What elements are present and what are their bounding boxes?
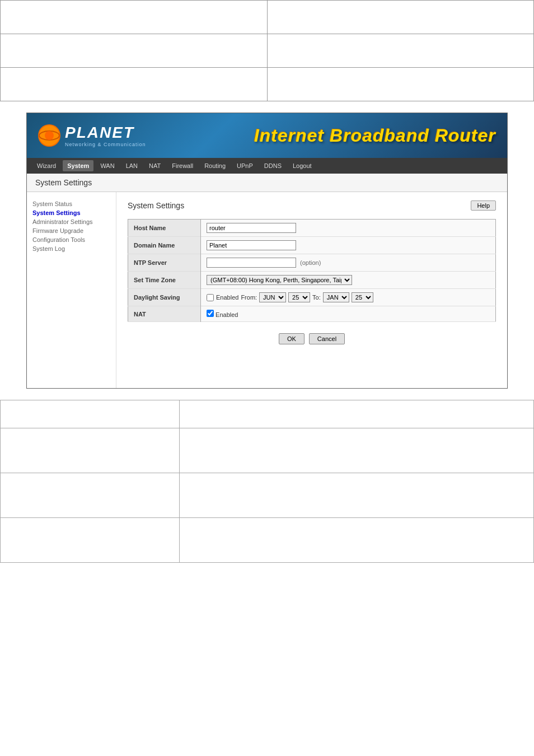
bottom-cell-2-2 [180,428,534,473]
nav-nat[interactable]: NAT [144,160,165,171]
top-cell-1-2 [267,1,534,34]
nat-row: NAT Enabled [128,306,496,322]
domain-name-input[interactable] [207,240,296,250]
bottom-row-3 [1,473,534,518]
sidebar: System Status System Settings Administra… [27,192,116,388]
sidebar-item-system-status[interactable]: System Status [32,200,110,207]
ntp-option-text: (option) [300,259,321,266]
bottom-row-4 [1,518,534,563]
top-cell-2-2 [267,34,534,68]
logo-area: PLANET Networking & Communication [38,124,146,147]
sidebar-item-admin-settings[interactable]: Administrator Settings [32,218,110,225]
sidebar-item-firmware[interactable]: Firmware Upgrade [32,227,110,234]
top-cell-3-2 [267,68,534,101]
host-name-label: Host Name [128,220,201,237]
timezone-select[interactable]: (GMT+08:00) Hong Kong, Perth, Singapore,… [207,275,352,285]
nat-label: NAT [128,306,201,322]
daylight-cell: Enabled From: JUN 25 To: JAN [201,289,496,306]
bottom-cell-1-2 [180,400,534,428]
nav-lan[interactable]: LAN [121,160,142,171]
navbar: Wizard System WAN LAN NAT Firewall Routi… [27,158,507,174]
nav-firewall[interactable]: Firewall [167,160,198,171]
top-table [0,0,534,101]
top-cell-1-1 [1,1,268,34]
bottom-section [0,400,534,563]
domain-name-row: Domain Name [128,237,496,254]
cancel-button[interactable]: Cancel [309,333,345,344]
top-cell-3-1 [1,68,268,101]
bottom-cell-4-1 [1,518,180,563]
nav-system[interactable]: System [63,160,93,171]
main-panel: System Settings Help Host Name Domain Na… [116,192,507,388]
nav-ddns[interactable]: DDNS [260,160,286,171]
ok-button[interactable]: OK [279,333,305,344]
nav-upnp[interactable]: UPnP [232,160,257,171]
daylight-controls: Enabled From: JUN 25 To: JAN [207,292,490,302]
daylight-from-month-select[interactable]: JUN [259,292,286,302]
ntp-server-cell: (option) [201,254,496,272]
host-name-cell [201,220,496,237]
domain-name-cell [201,237,496,254]
timezone-label: Set Time Zone [128,272,201,289]
daylight-enabled-label: Enabled [216,294,238,301]
host-name-input[interactable] [207,223,296,233]
bottom-cell-3-1 [1,473,180,518]
settings-form-title: System Settings [128,201,184,210]
daylight-to-month-select[interactable]: JAN [323,292,349,302]
brand-name: PLANET [65,124,146,142]
nav-wan[interactable]: WAN [96,160,119,171]
top-cell-2-1 [1,34,268,68]
nat-cell: Enabled [201,306,496,322]
daylight-row: Daylight Saving Enabled From: JUN 25 [128,289,496,306]
sidebar-item-system-settings[interactable]: System Settings [32,209,110,216]
nav-logout[interactable]: Logout [288,160,316,171]
daylight-from-label: From: [241,294,257,301]
planet-logo-icon [38,124,60,147]
banner: PLANET Networking & Communication Intern… [27,113,507,158]
brand-sub: Networking & Communication [65,142,146,147]
nat-enabled-checkbox[interactable] [207,310,214,317]
daylight-from-day-select[interactable]: 25 [288,292,310,302]
domain-name-label: Domain Name [128,237,201,254]
daylight-to-day-select[interactable]: 25 [352,292,373,302]
bottom-cell-4-2 [180,518,534,563]
sidebar-item-system-log[interactable]: System Log [32,245,110,252]
ntp-server-input[interactable] [207,258,296,268]
bottom-cell-1-1 [1,400,180,428]
daylight-label: Daylight Saving [128,289,201,306]
settings-form-table: Host Name Domain Name NTP Server (opti [128,219,496,322]
bottom-row-2 [1,428,534,473]
bottom-row-1 [1,400,534,428]
help-button[interactable]: Help [471,200,496,211]
svg-point-2 [45,131,54,140]
bottom-cell-3-2 [180,473,534,518]
settings-header: System Settings Help [128,200,496,211]
timezone-row: Set Time Zone (GMT+08:00) Hong Kong, Per… [128,272,496,289]
daylight-to-label: To: [312,294,321,301]
nav-wizard[interactable]: Wizard [32,160,60,171]
bottom-table [0,400,534,563]
sidebar-item-config-tools[interactable]: Configuration Tools [32,236,110,243]
nat-enabled-label: Enabled [216,311,238,318]
timezone-cell: (GMT+08:00) Hong Kong, Perth, Singapore,… [201,272,496,289]
bottom-cell-2-1 [1,428,180,473]
content-area: System Status System Settings Administra… [27,192,507,388]
logo-text: PLANET Networking & Communication [65,124,146,147]
form-buttons: OK Cancel [128,333,496,344]
page-title: System Settings [27,174,507,192]
ntp-server-row: NTP Server (option) [128,254,496,272]
banner-title: Internet Broadband Router [254,125,496,146]
router-ui: PLANET Networking & Communication Intern… [26,113,508,389]
host-name-row: Host Name [128,220,496,237]
ntp-server-label: NTP Server [128,254,201,272]
nav-routing[interactable]: Routing [200,160,230,171]
daylight-enabled-checkbox[interactable] [207,294,214,301]
